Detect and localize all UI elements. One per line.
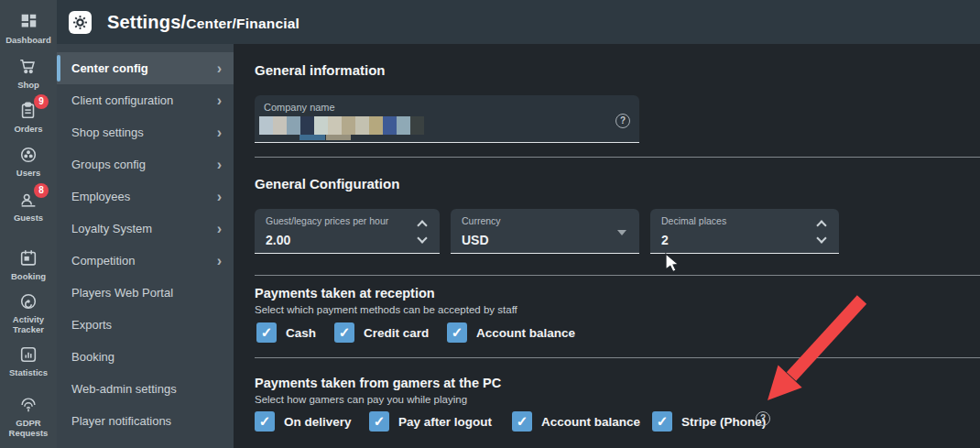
sidebar-item-groups-config[interactable]: Groups config›	[57, 148, 234, 180]
settings-content: General information Company name ? Gener…	[234, 44, 980, 448]
stepper-down-icon[interactable]	[816, 233, 826, 243]
company-name-label: Company name	[264, 102, 335, 113]
checkbox-checked-icon[interactable]: ✓	[512, 411, 532, 432]
sidebar-item-competition[interactable]: Competition›	[57, 245, 234, 277]
shopping-cart-icon	[18, 64, 38, 80]
section-divider	[255, 157, 980, 158]
sidebar-item-player-notifications[interactable]: Player notifications	[57, 405, 234, 437]
sidebar-item-label: Employees	[71, 190, 130, 203]
stripe-help-icon[interactable]: ?	[756, 411, 770, 426]
clipboard-icon	[18, 108, 38, 124]
app-icon-rail: Dashboard Shop 9 Orders Users 8 Guests B…	[0, 0, 57, 448]
dropdown-caret-icon[interactable]	[617, 230, 626, 235]
rail-item-guests[interactable]: 8 Guests	[0, 190, 57, 223]
sidebar-item-center-config[interactable]: Center config›	[57, 52, 234, 84]
currency-select[interactable]: Currency USD	[451, 209, 639, 254]
chevron-right-icon: ›	[217, 116, 222, 148]
checkbox-label: On delivery	[284, 415, 352, 429]
checkbox-checked-icon[interactable]: ✓	[447, 322, 467, 343]
rail-label: Activity Tracker	[0, 314, 57, 334]
redaction-fragment	[299, 135, 325, 140]
sidebar-item-players-web-portal[interactable]: Players Web Portal	[57, 277, 234, 309]
checkbox-credit-card[interactable]: ✓ Credit card	[334, 322, 429, 343]
rail-item-orders[interactable]: 9 Orders	[0, 101, 57, 134]
stepper-up-icon[interactable]	[816, 220, 826, 230]
checkbox-account-balance-pc[interactable]: ✓ Account balance	[512, 411, 640, 432]
sidebar-item-label: Client configuration	[71, 93, 173, 107]
checkbox-label: Stripe (Phone)	[681, 415, 766, 429]
guests-icon	[18, 197, 38, 213]
stepper-up-icon[interactable]	[417, 220, 427, 230]
dashboard-icon	[18, 19, 38, 35]
checkbox-cash[interactable]: ✓ Cash	[256, 322, 316, 343]
rail-item-gdpr-requests[interactable]: GDPR Requests	[0, 395, 57, 438]
rail-label: Guests	[0, 213, 57, 223]
users-icon	[18, 152, 38, 168]
checkbox-checked-icon[interactable]: ✓	[255, 411, 275, 432]
decimal-places-field[interactable]: Decimal places 2	[650, 209, 839, 254]
section-heading-general-configuration: General Configuration	[255, 176, 399, 191]
chevron-right-icon: ›	[217, 52, 222, 84]
rail-label: Users	[0, 168, 57, 178]
company-name-input[interactable]: Company name ?	[255, 95, 639, 143]
breadcrumb-center-financial: Center/Financial	[186, 16, 299, 31]
checkbox-checked-icon[interactable]: ✓	[652, 411, 672, 432]
checkbox-label: Account balance	[541, 415, 640, 429]
rail-label: Statistics	[0, 367, 57, 377]
sidebar-item-employees[interactable]: Employees›	[57, 180, 234, 213]
sidebar-item-label: Shop settings	[71, 126, 144, 139]
sidebar-item-label: Players Web Portal	[71, 286, 173, 300]
rail-label: Shop	[0, 80, 57, 90]
settings-page: Dashboard Shop 9 Orders Users 8 Guests B…	[0, 0, 980, 448]
page-header: Settings/Center/Financial	[57, 0, 980, 44]
sidebar-item-label: Competition	[71, 254, 135, 268]
field-value: USD	[462, 233, 489, 247]
checkbox-checked-icon[interactable]: ✓	[256, 322, 277, 343]
checkbox-checked-icon[interactable]: ✓	[369, 411, 389, 432]
checkbox-checked-icon[interactable]: ✓	[334, 322, 354, 343]
sidebar-item-booking[interactable]: Booking	[57, 341, 234, 373]
rail-item-activity-tracker[interactable]: Activity Tracker	[0, 291, 57, 334]
sidebar-item-label: Web-admin settings	[71, 382, 177, 396]
checkbox-on-delivery[interactable]: ✓ On delivery	[255, 411, 352, 432]
checkbox-pay-after-logout[interactable]: ✓ Pay after logout	[369, 411, 492, 432]
calendar-icon	[18, 256, 38, 271]
checkbox-account-balance-reception[interactable]: ✓ Account balance	[447, 322, 575, 343]
checkbox-stripe-phone[interactable]: ✓ Stripe (Phone)	[652, 411, 766, 432]
field-label: Currency	[462, 215, 501, 226]
redacted-company-name-value	[259, 116, 424, 135]
settings-sidebar: Center config› Client configuration› Sho…	[57, 44, 234, 448]
field-label: Guest/legacy prices per hour	[266, 215, 388, 226]
chevron-right-icon: ›	[217, 213, 222, 245]
sidebar-item-exports[interactable]: Exports	[57, 309, 234, 341]
company-name-help-icon[interactable]: ?	[615, 114, 630, 128]
bar-chart-icon	[18, 352, 38, 367]
rail-label: Orders	[0, 124, 57, 134]
sidebar-item-client-configuration[interactable]: Client configuration›	[57, 84, 234, 116]
activity-tracker-icon	[18, 299, 38, 314]
rail-item-statistics[interactable]: Statistics	[0, 344, 57, 377]
section-heading-payments-pc: Payments taken from gamers at the PC	[255, 376, 501, 390]
sidebar-item-loyalty-system[interactable]: Loyalty System›	[57, 213, 234, 245]
rail-item-users[interactable]: Users	[0, 145, 57, 178]
guests-badge: 8	[34, 183, 49, 198]
field-value: 2	[661, 233, 669, 247]
rail-label: GDPR Requests	[0, 418, 57, 438]
checkbox-label: Account balance	[476, 326, 575, 340]
stripe-phone-help[interactable]: ?	[756, 411, 770, 426]
sidebar-item-web-admin-settings[interactable]: Web-admin settings	[57, 373, 234, 405]
sidebar-item-label: Groups config	[71, 158, 146, 171]
rail-item-booking[interactable]: Booking	[0, 248, 57, 281]
sidebar-item-shop-settings[interactable]: Shop settings›	[57, 116, 234, 148]
rail-item-shop[interactable]: Shop	[0, 57, 57, 90]
chevron-right-icon: ›	[217, 245, 222, 277]
sidebar-item-label: Exports	[71, 318, 112, 332]
stepper-down-icon[interactable]	[417, 233, 427, 243]
chevron-right-icon: ›	[217, 148, 222, 180]
rail-label: Booking	[0, 271, 57, 281]
section-divider	[255, 357, 980, 358]
guest-prices-per-hour-field[interactable]: Guest/legacy prices per hour 2.00	[255, 209, 440, 254]
rail-item-dashboard[interactable]: Dashboard	[0, 12, 57, 45]
checkbox-label: Cash	[286, 326, 316, 340]
payments-reception-subtitle: Select which payment methods can be acce…	[255, 304, 517, 315]
